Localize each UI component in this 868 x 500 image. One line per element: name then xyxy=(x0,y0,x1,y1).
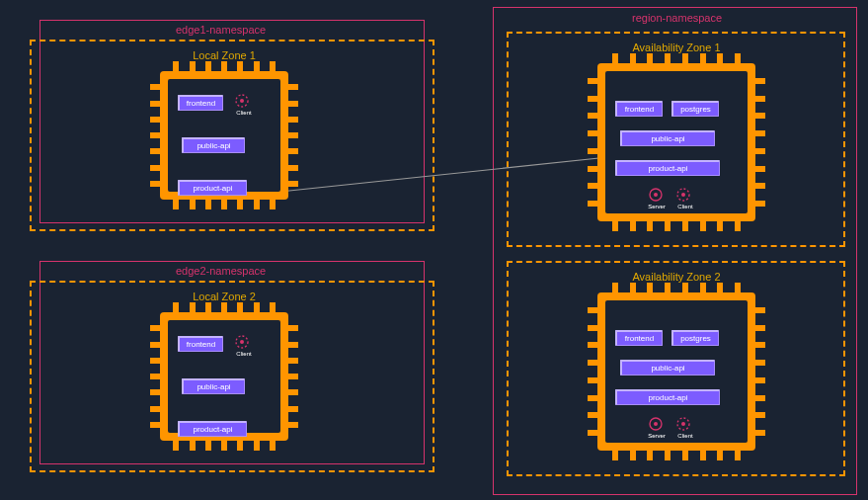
svc-lz2-frontend: frontend xyxy=(178,336,223,352)
svg-point-3 xyxy=(240,340,244,344)
consul-client-label-az1: Client xyxy=(673,204,697,209)
zone-local1-label: Local Zone 1 xyxy=(125,49,323,61)
svc-az1-frontend: frontend xyxy=(615,101,663,117)
svc-lz2-product-api: product-api xyxy=(178,421,247,437)
consul-client-label-az2: Client xyxy=(673,433,697,439)
zone-local2-label: Local Zone 2 xyxy=(125,291,323,302)
svc-lz2-public-api: public-api xyxy=(182,378,245,394)
zone-az2-label: Availability Zone 2 xyxy=(578,271,775,283)
svc-az1-public-api: public-api xyxy=(620,130,715,146)
consul-server-label-az2: Server xyxy=(644,433,670,439)
svc-az1-product-api: product-api xyxy=(615,160,720,176)
svg-point-11 xyxy=(681,422,685,426)
consul-server-label-az1: Server xyxy=(644,204,670,209)
svc-az2-product-api: product-api xyxy=(615,389,720,405)
svc-az2-postgres: postgres xyxy=(671,330,719,346)
svg-point-7 xyxy=(681,193,685,197)
svc-az2-frontend: frontend xyxy=(615,330,663,346)
svc-lz1-frontend: frontend xyxy=(178,95,223,111)
svg-point-9 xyxy=(654,422,658,426)
namespace-edge2-label: edge2-namespace xyxy=(176,265,266,277)
svg-point-1 xyxy=(240,99,244,103)
svc-az1-postgres: postgres xyxy=(671,101,719,117)
namespace-region-label: region-namespace xyxy=(632,12,722,24)
namespace-edge1-label: edge1-namespace xyxy=(176,24,266,36)
svc-lz1-product-api: product-api xyxy=(178,180,247,196)
svc-lz1-public-api: public-api xyxy=(182,137,245,153)
consul-client-label-lz2: Client xyxy=(232,351,256,357)
svc-az2-public-api: public-api xyxy=(620,360,715,375)
consul-client-label-lz1: Client xyxy=(232,110,256,116)
svg-point-5 xyxy=(654,193,658,197)
zone-az1-label: Availability Zone 1 xyxy=(578,42,775,53)
